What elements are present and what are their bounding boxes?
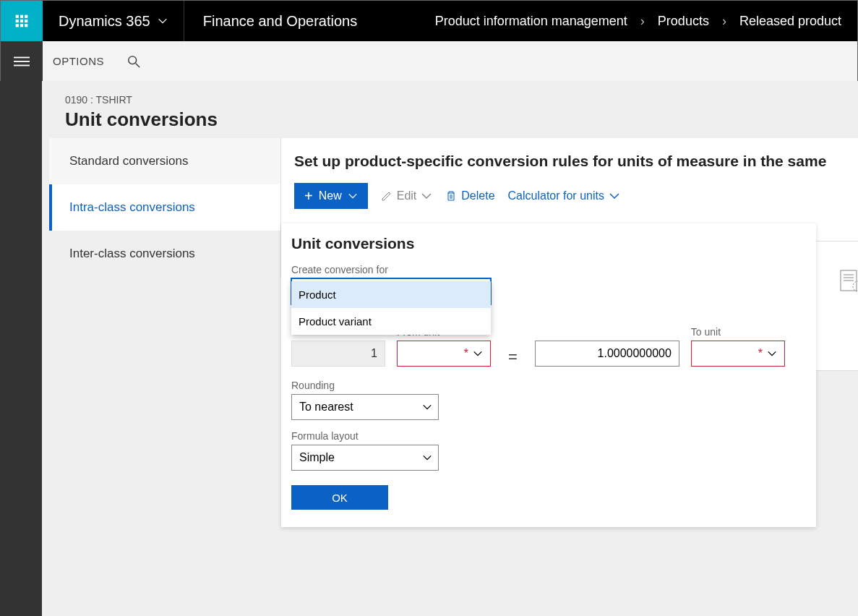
pencil-icon [381, 190, 392, 202]
chevron-down-icon [767, 348, 777, 359]
top-nav: Dynamics 365 Finance and Operations Prod… [1, 1, 857, 41]
svg-rect-4 [20, 20, 23, 22]
formula-label: Formula layout [291, 430, 806, 442]
ok-button-label: OK [332, 492, 348, 504]
nav-pane-toggle[interactable] [1, 41, 43, 81]
svg-point-12 [129, 56, 137, 64]
rounding-select[interactable]: To nearest [291, 394, 439, 420]
formula-value: Simple [299, 451, 335, 464]
plus-icon: + [304, 189, 313, 203]
delete-button[interactable]: Delete [445, 189, 494, 202]
breadcrumb-item[interactable]: Released product [739, 14, 841, 29]
search-icon [127, 55, 140, 68]
factor-left-value: 1 [371, 347, 377, 360]
toolbar: + New Edit Delete Calculator for units [294, 183, 858, 209]
calculator-button[interactable]: Calculator for units [508, 189, 620, 202]
app-launcher-button[interactable] [1, 1, 43, 41]
edit-button-label: Edit [397, 189, 417, 202]
factor-right-input[interactable]: 1.0000000000 [535, 341, 679, 367]
chevron-down-icon [421, 190, 432, 202]
dropdown-option-product-variant[interactable]: Product variant [291, 308, 491, 335]
action-bar: OPTIONS [1, 41, 857, 82]
side-tabs: Standard conversions Intra-class convers… [49, 138, 280, 277]
svg-rect-3 [16, 20, 19, 22]
required-icon: * [758, 347, 763, 360]
document-icon [836, 268, 858, 294]
tab-intra-class-conversions[interactable]: Intra-class conversions [49, 184, 280, 231]
record-context: 0190 : TSHIRT [65, 94, 835, 106]
new-button[interactable]: + New [294, 183, 368, 209]
factor-right-value: 1.0000000000 [598, 347, 672, 360]
chevron-down-icon [422, 453, 432, 463]
factor-left-input[interactable]: 1 [291, 341, 385, 367]
breadcrumb-item[interactable]: Product information management [435, 14, 627, 29]
required-icon: * [464, 347, 468, 360]
left-rail [0, 81, 42, 616]
chevron-down-icon [348, 191, 358, 201]
breadcrumb-item[interactable]: Products [658, 14, 709, 29]
page-title: Unit conversions [65, 108, 835, 131]
rounding-value: To nearest [299, 401, 353, 414]
svg-rect-5 [25, 20, 27, 22]
chevron-down-icon [609, 190, 620, 202]
svg-rect-1 [20, 15, 23, 18]
hamburger-icon [14, 56, 30, 67]
chevron-right-icon: › [722, 14, 726, 29]
svg-rect-2 [25, 15, 27, 18]
to-unit-select[interactable]: * [691, 341, 785, 367]
svg-rect-0 [16, 15, 19, 18]
options-tab[interactable]: OPTIONS [43, 41, 114, 81]
delete-button-label: Delete [461, 189, 494, 202]
svg-rect-6 [16, 24, 19, 27]
svg-rect-7 [20, 24, 23, 27]
page-header: 0190 : TSHIRT Unit conversions [42, 81, 858, 138]
equals-sign: = [502, 348, 523, 367]
brand-label: Dynamics 365 [59, 13, 150, 30]
create-for-label: Create conversion for [291, 264, 806, 275]
new-button-label: New [319, 189, 342, 202]
rounding-field: Rounding To nearest [291, 380, 806, 420]
chevron-down-icon [422, 402, 432, 412]
main-panel: Set up product-specific conversion rules… [280, 138, 858, 277]
svg-rect-8 [25, 24, 27, 27]
module-label: Finance and Operations [184, 1, 376, 41]
flyout-title: Unit conversions [291, 235, 806, 252]
waffle-icon [14, 14, 29, 28]
dropdown-option-product[interactable]: Product [291, 281, 491, 308]
breadcrumb: Product information management › Product… [419, 1, 857, 41]
calculator-button-label: Calculator for units [508, 189, 604, 202]
tab-inter-class-conversions[interactable]: Inter-class conversions [49, 231, 280, 277]
ok-button[interactable]: OK [291, 485, 388, 510]
formula-select[interactable]: Simple [291, 445, 439, 471]
rounding-label: Rounding [291, 380, 806, 391]
new-conversion-flyout: Unit conversions Create conversion for P… [281, 223, 816, 527]
chevron-down-icon [473, 348, 483, 359]
svg-point-18 [853, 281, 858, 291]
chevron-down-icon [158, 16, 168, 26]
search-button[interactable] [114, 41, 153, 81]
svg-line-13 [136, 63, 140, 67]
section-heading: Set up product-specific conversion rules… [294, 153, 858, 170]
chevron-right-icon: › [640, 14, 645, 29]
content-area: 0190 : TSHIRT Unit conversions Standard … [42, 81, 858, 616]
edit-button[interactable]: Edit [381, 189, 433, 202]
tab-standard-conversions[interactable]: Standard conversions [49, 138, 280, 184]
trash-icon [445, 190, 457, 202]
create-for-dropdown: Product Product variant [291, 281, 491, 335]
from-unit-select[interactable]: * [397, 341, 491, 367]
formula-field: Formula layout Simple [291, 430, 806, 471]
brand-dropdown[interactable]: Dynamics 365 [43, 1, 184, 41]
related-card: nit ning [815, 241, 858, 371]
to-unit-label: To unit [691, 326, 785, 338]
